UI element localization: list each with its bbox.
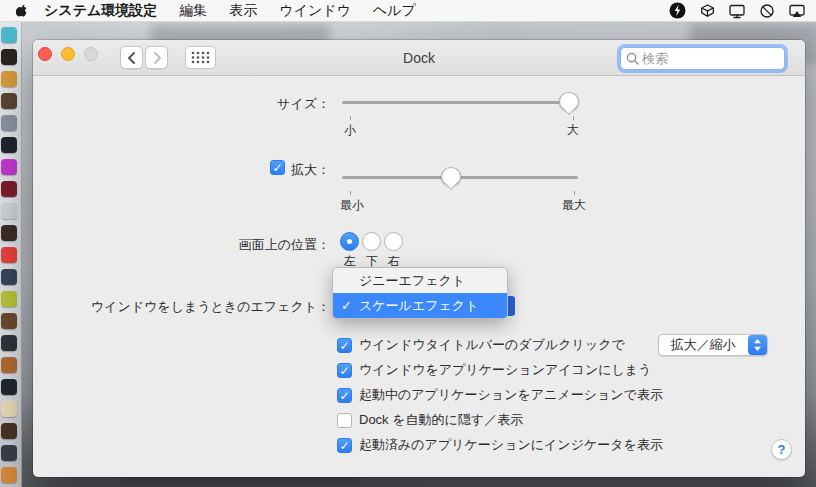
tick [573,116,574,120]
magnification-max-label: 最大 [562,197,586,214]
checkbox-label: Dock を自動的に隠す／表示 [359,411,523,429]
magnification-slider-thumb[interactable] [441,167,461,186]
dock[interactable] [0,22,22,487]
checkbox-row-show-indicators[interactable]: ✓ 起動済みのアプリケーションにインジケータを表示 [337,434,663,456]
search-input[interactable] [642,51,779,66]
dock-app-icon[interactable] [1,115,17,131]
position-label: 画面上の位置： [239,236,330,254]
menu-item-label: ジニーエフェクト [359,273,465,288]
apple-logo-icon [16,3,30,19]
menu-item-label: スケールエフェクト [359,298,478,313]
checkbox-label: ウインドウをアプリケーションアイコンにしまう [359,361,651,379]
checkbox-row-titlebar-doubleclick[interactable]: ✓ ウインドウタイトルバーのダブルクリックで [337,334,625,356]
dock-app-icon[interactable] [1,203,17,219]
dock-app-icon[interactable] [1,247,17,263]
checkbox[interactable]: ✓ [337,363,352,378]
check-icon: ✓ [271,161,284,174]
tick [350,191,351,195]
dock-app-icon[interactable] [1,423,17,439]
dock-app-icon[interactable] [1,93,17,109]
menu-item-help[interactable]: ヘルプ [362,2,427,20]
dock-app-icon[interactable] [1,181,17,197]
dock-app-icon[interactable] [1,357,17,373]
checkbox[interactable] [337,413,352,428]
checkbox-label: 起動中のアプリケーションをアニメーションで表示 [359,386,663,404]
magnification-label: 拡大： [291,161,330,179]
dock-app-icon[interactable] [1,137,17,153]
dock-app-icon[interactable] [1,291,17,307]
dropbox-icon[interactable] [698,2,716,20]
menu-bar: システム環境設定 編集 表示 ウインドウ ヘルプ [0,0,816,22]
checkbox-label: 起動済みのアプリケーションにインジケータを表示 [359,436,663,454]
size-max-label: 大 [567,122,579,139]
help-button[interactable]: ? [771,439,792,460]
menu-item-window[interactable]: ウインドウ [268,2,362,20]
do-not-disturb-icon[interactable] [758,2,776,20]
dock-app-icon[interactable] [1,379,17,395]
position-radio-right[interactable] [384,232,403,251]
search-icon [626,52,639,65]
menu-item-view[interactable]: 表示 [218,2,268,20]
size-slider-track[interactable] [342,101,578,104]
airplay-display-icon[interactable] [788,2,806,20]
popup-stepper-icon [748,335,767,355]
power-bolt-icon[interactable] [668,2,686,20]
size-slider-thumb[interactable] [559,92,579,111]
size-min-label: 小 [344,122,356,139]
checkbox-row-autohide-dock[interactable]: Dock を自動的に隠す／表示 [337,409,523,431]
dock-app-icon[interactable] [1,335,17,351]
menu-item-scale-effect[interactable]: ✓ スケールエフェクト [333,293,507,318]
dock-app-icon[interactable] [1,49,17,65]
size-slider[interactable]: 小 大 [342,92,578,112]
dock-app-icon[interactable] [1,71,17,87]
apple-menu[interactable] [10,3,36,19]
magnification-slider[interactable]: 最小 最大 [342,167,578,187]
checkbox-row-minimize-to-app-icon[interactable]: ✓ ウインドウをアプリケーションアイコンにしまう [337,359,651,381]
check-icon: ✓ [338,439,351,452]
check-icon: ✓ [338,364,351,377]
checkbox[interactable]: ✓ [337,438,352,453]
magnification-checkbox[interactable]: ✓ [270,160,285,175]
check-icon: ✓ [341,293,357,318]
dock-app-icon[interactable] [1,445,17,461]
dock-app-icon[interactable] [1,313,17,329]
menu-item-genie-effect[interactable]: ジニーエフェクト [333,268,507,293]
dock-app-icon[interactable] [1,27,17,43]
minimize-effect-label: ウインドウをしまうときのエフェクト： [91,298,330,316]
window-toolbar: Dock [33,40,805,76]
checkbox[interactable]: ✓ [337,338,352,353]
dock-app-icon[interactable] [1,225,17,241]
menu-bar-status-area [668,2,806,20]
checkbox-row-animate-opening[interactable]: ✓ 起動中のアプリケーションをアニメーションで表示 [337,384,663,406]
popup-value: 拡大／縮小 [659,336,748,354]
magnification-min-label: 最小 [340,197,364,214]
doubleclick-action-popup[interactable]: 拡大／縮小 [658,334,768,356]
checkbox-label: ウインドウタイトルバーのダブルクリックで [359,336,625,354]
check-icon [338,414,351,427]
system-preferences-window: Dock サイズ： 小 大 ✓ 拡大： 最小 最大 画面上の位置： 左 下 右 … [33,40,805,477]
check-icon: ✓ [338,339,351,352]
checkbox[interactable]: ✓ [337,388,352,403]
menu-item-edit[interactable]: 編集 [168,2,218,20]
menu-item-app[interactable]: システム環境設定 [36,2,168,20]
dock-app-icon[interactable] [1,467,17,483]
check-icon: ✓ [338,389,351,402]
tick [350,116,351,120]
search-field[interactable] [620,47,785,70]
size-label: サイズ： [277,95,330,113]
dock-app-icon[interactable] [1,401,17,417]
tick [574,191,575,195]
dock-app-icon[interactable] [1,269,17,285]
position-radio-bottom[interactable] [362,232,381,251]
dock-app-icon[interactable] [1,159,17,175]
display-icon[interactable] [728,2,746,20]
position-radio-left[interactable] [340,232,359,251]
effect-dropdown-menu: ジニーエフェクト ✓ スケールエフェクト [332,267,508,319]
